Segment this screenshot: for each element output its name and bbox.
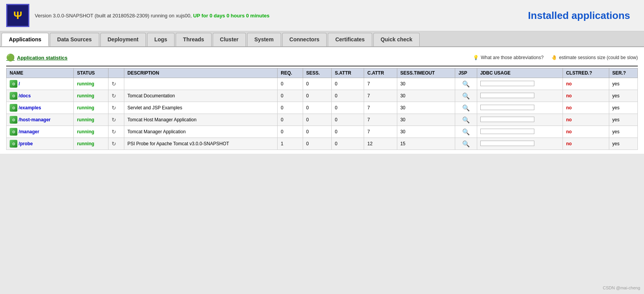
reload-icon[interactable]: ↻ bbox=[112, 105, 116, 111]
jdbc-bar bbox=[480, 81, 534, 86]
cell-ser: yes bbox=[609, 138, 637, 150]
cell-req: 0 bbox=[278, 114, 303, 126]
jsp-search-button[interactable]: 🔍 bbox=[462, 116, 470, 124]
cell-jdbc-usage bbox=[477, 138, 563, 150]
tab-cluster[interactable]: Cluster bbox=[213, 33, 246, 46]
cell-ser: yes bbox=[609, 78, 637, 90]
reload-icon[interactable]: ↻ bbox=[112, 129, 116, 135]
tab-threads[interactable]: Threads bbox=[176, 33, 211, 46]
table-row: ⚙ /host-manager running ↻ Tomcat Host Ma… bbox=[7, 114, 638, 126]
cell-clstred: no bbox=[563, 102, 609, 114]
jdbc-bar bbox=[480, 129, 534, 134]
reload-icon[interactable]: ↻ bbox=[112, 117, 116, 123]
app-name-link[interactable]: /host-manager bbox=[19, 117, 51, 122]
cell-jdbc-usage bbox=[477, 126, 563, 138]
col-cattr: C.ATTR bbox=[364, 68, 397, 78]
app-name-link[interactable]: /manager bbox=[19, 129, 39, 134]
cell-sess: 0 bbox=[303, 78, 332, 90]
abbreviations-link[interactable]: 💡 What are those abbreviations? bbox=[473, 55, 544, 60]
table-row: ⚙ /probe running ↻ PSI Probe for Apache … bbox=[7, 138, 638, 150]
cell-reload: ↻ bbox=[108, 114, 124, 126]
tab-connectors[interactable]: Connectors bbox=[282, 33, 327, 46]
cell-req: 0 bbox=[278, 102, 303, 114]
cell-clstred: no bbox=[563, 78, 609, 90]
cell-name: ⚙ / bbox=[7, 78, 74, 90]
cell-ser: yes bbox=[609, 126, 637, 138]
cell-clstred: no bbox=[563, 138, 609, 150]
clstred-value: no bbox=[566, 141, 572, 146]
cell-sattr: 0 bbox=[332, 126, 364, 138]
app-icon: ⚙ bbox=[10, 104, 17, 112]
table-row: ⚙ /manager running ↻ Tomcat Manager Appl… bbox=[7, 126, 638, 138]
status-badge: running bbox=[77, 93, 94, 99]
table-row: ⚙ /docs running ↻ Tomcat Documentation 0… bbox=[7, 90, 638, 102]
col-sess: SESS. bbox=[303, 68, 332, 78]
cell-jsp: 🔍 bbox=[455, 138, 477, 150]
cell-req: 0 bbox=[278, 126, 303, 138]
tab-logs[interactable]: Logs bbox=[147, 33, 175, 46]
app-icon: ⚙ bbox=[10, 140, 17, 148]
table-body: ⚙ / running ↻ 0 0 0 7 30 🔍 no bbox=[7, 78, 638, 150]
header-left: Ψ Version 3.0.0-SNAPSHOT (built at 20180… bbox=[6, 4, 269, 27]
col-reload bbox=[108, 68, 124, 78]
reload-icon[interactable]: ↻ bbox=[112, 93, 116, 99]
jsp-search-button[interactable]: 🔍 bbox=[462, 80, 470, 88]
version-text: Version 3.0.0-SNAPSHOT (built at 2018052… bbox=[35, 13, 192, 19]
cell-sess: 0 bbox=[303, 126, 332, 138]
cell-reload: ↻ bbox=[108, 102, 124, 114]
cell-sattr: 0 bbox=[332, 138, 364, 150]
tab-applications[interactable]: Applications bbox=[2, 33, 49, 46]
cell-status: running bbox=[74, 126, 108, 138]
app-name-link[interactable]: / bbox=[19, 81, 20, 87]
logo-icon: Ψ bbox=[6, 4, 29, 27]
cell-sess-timeout: 30 bbox=[397, 90, 455, 102]
jsp-search-button[interactable]: 🔍 bbox=[462, 92, 470, 100]
version-info: Version 3.0.0-SNAPSHOT (built at 2018052… bbox=[35, 13, 269, 19]
col-status: STATUS bbox=[74, 68, 108, 78]
cell-description: Tomcat Documentation bbox=[124, 90, 278, 102]
bulb-icon: 💡 bbox=[473, 55, 479, 60]
app-name-link[interactable]: /docs bbox=[19, 93, 31, 99]
cell-sattr: 0 bbox=[332, 102, 364, 114]
cell-sess-timeout: 30 bbox=[397, 78, 455, 90]
table-row: ⚙ / running ↻ 0 0 0 7 30 🔍 no bbox=[7, 78, 638, 90]
jsp-search-button[interactable]: 🔍 bbox=[462, 128, 470, 136]
app-icon: ⚙ bbox=[10, 92, 17, 100]
col-jsp: JSP bbox=[455, 68, 477, 78]
cell-reload: ↻ bbox=[108, 126, 124, 138]
cell-cattr: 7 bbox=[364, 114, 397, 126]
cell-name: ⚙ /examples bbox=[7, 102, 74, 114]
reload-icon[interactable]: ↻ bbox=[112, 141, 116, 147]
tab-deployment[interactable]: Deployment bbox=[100, 33, 146, 46]
cell-description: Tomcat Manager Application bbox=[124, 126, 278, 138]
header: Ψ Version 3.0.0-SNAPSHOT (built at 20180… bbox=[0, 0, 644, 31]
cell-name: ⚙ /host-manager bbox=[7, 114, 74, 126]
cell-jsp: 🔍 bbox=[455, 126, 477, 138]
col-sess-timeout: SESS.TIMEOUT bbox=[397, 68, 455, 78]
jsp-search-button[interactable]: 🔍 bbox=[462, 140, 470, 148]
app-name-link[interactable]: /probe bbox=[19, 141, 33, 146]
cell-status: running bbox=[74, 114, 108, 126]
cell-sess-timeout: 30 bbox=[397, 102, 455, 114]
cell-clstred: no bbox=[563, 126, 609, 138]
cell-sess-timeout: 30 bbox=[397, 114, 455, 126]
cell-reload: ↻ bbox=[108, 90, 124, 102]
app-icon: ⚙ bbox=[10, 116, 17, 124]
table-row: ⚙ /examples running ↻ Servlet and JSP Ex… bbox=[7, 102, 638, 114]
estimate-link[interactable]: 🤚 estimate sessions size (could be slow) bbox=[551, 55, 638, 60]
tab-quick-check[interactable]: Quick check bbox=[373, 33, 420, 46]
cell-sattr: 0 bbox=[332, 114, 364, 126]
app-icon: ⚙ bbox=[10, 128, 17, 136]
app-statistics-link[interactable]: 🟢 Application statistics bbox=[6, 53, 68, 62]
jsp-search-button[interactable]: 🔍 bbox=[462, 104, 470, 112]
tab-data-sources[interactable]: Data Sources bbox=[50, 33, 99, 46]
cell-sattr: 0 bbox=[332, 90, 364, 102]
jdbc-bar bbox=[480, 117, 534, 122]
app-name-link[interactable]: /examples bbox=[19, 105, 41, 110]
clstred-value: no bbox=[566, 105, 572, 110]
tab-certificates[interactable]: Certificates bbox=[328, 33, 372, 46]
cell-sess: 0 bbox=[303, 138, 332, 150]
jdbc-bar bbox=[480, 105, 534, 110]
tab-system[interactable]: System bbox=[247, 33, 281, 46]
reload-icon[interactable]: ↻ bbox=[112, 81, 116, 87]
